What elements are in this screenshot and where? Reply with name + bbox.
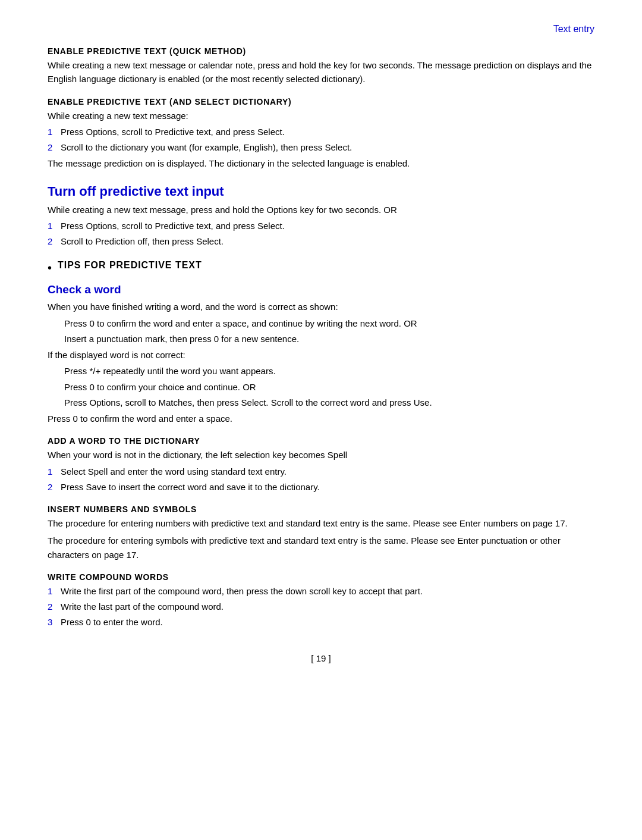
add-word-heading: ADD A WORD TO THE DICTIONARY <box>48 436 594 446</box>
section-insert-numbers: INSERT NUMBERS AND SYMBOLS The procedure… <box>48 504 594 562</box>
enable-select-intro: While creating a new text message: <box>48 109 594 123</box>
bullet-icon: • <box>48 261 52 275</box>
compound-words-steps: 1 Write the first part of the compound w… <box>48 584 594 629</box>
enable-select-heading: ENABLE PREDICTIVE TEXT (AND SELECT DICTI… <box>48 97 594 106</box>
turn-off-intro: While creating a new text message, press… <box>48 203 594 217</box>
list-item: 1 Select Spell and enter the word using … <box>48 465 594 478</box>
check-word-indented2-2: Press Options, scroll to Matches, then p… <box>64 396 594 409</box>
check-word-indented-1: Insert a punctuation mark, then press 0 … <box>64 332 594 346</box>
check-word-conclusion: Press 0 to confirm the word and enter a … <box>48 412 594 425</box>
step-text: Press Options, scroll to Predictive text… <box>61 219 285 233</box>
tips-bullet-section: • TIPS FOR PREDICTIVE TEXT <box>48 260 594 275</box>
step-text: Scroll to the dictionary you want (for e… <box>61 140 352 154</box>
check-word-indented2-1: Press 0 to confirm your choice and conti… <box>64 380 594 394</box>
enable-select-conclusion: The message prediction on is displayed. … <box>48 156 594 170</box>
list-item: 2 Press Save to insert the correct word … <box>48 480 594 494</box>
insert-numbers-heading: INSERT NUMBERS AND SYMBOLS <box>48 504 594 514</box>
step-text: Press 0 to enter the word. <box>61 615 163 629</box>
section-turn-off: Turn off predictive text input While cre… <box>48 184 594 249</box>
text-entry-link[interactable]: Text entry <box>48 24 594 35</box>
step-text: Write the first part of the compound wor… <box>61 584 423 598</box>
page-number: [ 19 ] <box>48 653 594 663</box>
add-word-steps: 1 Select Spell and enter the word using … <box>48 465 594 494</box>
section-check-word: Check a word When you have finished writ… <box>48 283 594 425</box>
list-item: 1 Press Options, scroll to Predictive te… <box>48 125 594 139</box>
step-text: Press Save to insert the correct word an… <box>61 480 320 494</box>
list-item: 2 Scroll to the dictionary you want (for… <box>48 140 594 154</box>
section-add-word: ADD A WORD TO THE DICTIONARY When your w… <box>48 436 594 494</box>
text-entry-label: Text entry <box>553 24 594 34</box>
check-word-indented-0: Press 0 to confirm the word and enter a … <box>64 316 594 330</box>
list-item: 1 Press Options, scroll to Predictive te… <box>48 219 594 233</box>
step-text: Select Spell and enter the word using st… <box>61 465 287 478</box>
compound-words-heading: WRITE COMPOUND WORDS <box>48 572 594 582</box>
check-word-middle: If the displayed word is not correct: <box>48 348 594 362</box>
check-word-intro: When you have finished writing a word, a… <box>48 300 594 314</box>
enable-select-steps: 1 Press Options, scroll to Predictive te… <box>48 125 594 155</box>
enable-quick-body: While creating a new text message or cal… <box>48 58 594 86</box>
step-number: 2 <box>48 234 56 248</box>
step-number: 1 <box>48 125 56 139</box>
step-number: 1 <box>48 584 56 598</box>
check-word-indented2-0: Press */+ repeatedly until the word you … <box>64 364 594 378</box>
list-item: 2 Scroll to Prediction off, then press S… <box>48 234 594 248</box>
enable-quick-heading: ENABLE PREDICTIVE TEXT (QUICK METHOD) <box>48 46 594 56</box>
step-number: 2 <box>48 480 56 494</box>
step-text: Scroll to Prediction off, then press Sel… <box>61 234 224 248</box>
step-number: 2 <box>48 140 56 154</box>
step-number: 2 <box>48 600 56 613</box>
add-word-intro: When your word is not in the dictionary,… <box>48 448 594 462</box>
step-number: 1 <box>48 219 56 233</box>
step-text: Press Options, scroll to Predictive text… <box>61 125 285 139</box>
section-compound-words: WRITE COMPOUND WORDS 1 Write the first p… <box>48 572 594 629</box>
turn-off-steps: 1 Press Options, scroll to Predictive te… <box>48 219 594 249</box>
step-number: 1 <box>48 465 56 478</box>
check-word-heading: Check a word <box>48 283 594 296</box>
list-item: 3 Press 0 to enter the word. <box>48 615 594 629</box>
step-text: Write the last part of the compound word… <box>61 600 224 613</box>
insert-numbers-body1: The procedure for entering numbers with … <box>48 516 594 530</box>
list-item: 1 Write the first part of the compound w… <box>48 584 594 598</box>
list-item: 2 Write the last part of the compound wo… <box>48 600 594 613</box>
section-enable-select: ENABLE PREDICTIVE TEXT (AND SELECT DICTI… <box>48 97 594 171</box>
step-number: 3 <box>48 615 56 629</box>
turn-off-heading: Turn off predictive text input <box>48 184 594 199</box>
section-enable-quick: ENABLE PREDICTIVE TEXT (QUICK METHOD) Wh… <box>48 46 594 86</box>
tips-heading: TIPS FOR PREDICTIVE TEXT <box>58 260 202 271</box>
insert-numbers-body2: The procedure for entering symbols with … <box>48 534 594 562</box>
